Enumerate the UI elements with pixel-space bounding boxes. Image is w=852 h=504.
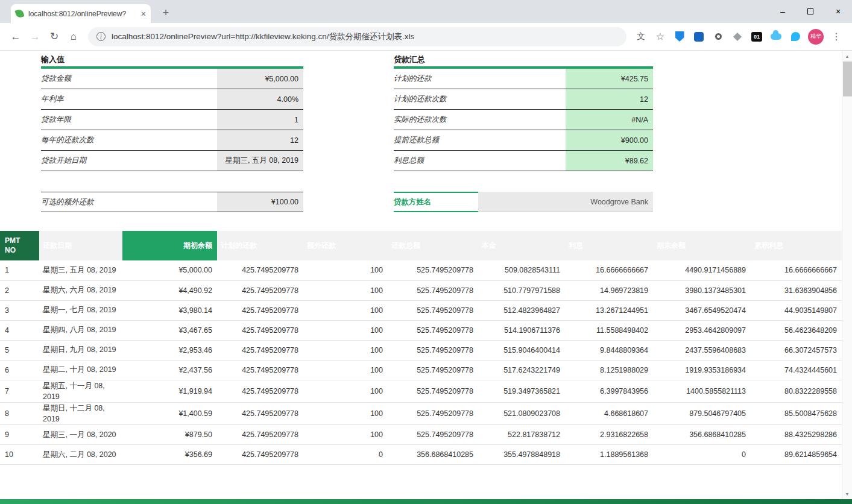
scroll-down-icon[interactable]: ▼ (842, 489, 852, 499)
table-cell: 525.7495209778 (388, 300, 478, 320)
cloud-shape (771, 33, 781, 40)
extension-bird-icon[interactable] (787, 29, 803, 45)
table-cell: 525.7495209778 (388, 402, 478, 424)
input-row: 贷款开始日期 星期三, 五月 08, 2019 (41, 151, 303, 171)
table-cell: 425.7495209778 (217, 402, 303, 424)
extension-shield-icon[interactable] (672, 29, 687, 45)
vertical-scrollbar[interactable]: ▲ ▼ (842, 51, 852, 499)
column-header: 额外还款 (303, 231, 388, 260)
table-cell: 6.3997843956 (565, 380, 653, 402)
diamond-shape (733, 32, 742, 40)
table-cell: 星期四, 八月 08, 2019 (39, 320, 122, 340)
column-header: 还款总额 (388, 231, 478, 260)
table-cell: 16.6666666667 (751, 260, 842, 280)
input-section-title: 输入值 (41, 54, 303, 66)
table-cell: 425.7495209778 (217, 380, 303, 402)
table-cell: 525.7495209778 (388, 425, 478, 445)
summary-row: 计划的还款 ¥425.75 (394, 69, 653, 89)
close-button[interactable]: × (824, 0, 852, 23)
table-cell: ¥5,000.00 (122, 260, 217, 280)
browser-menu-button[interactable]: ⋮ (828, 28, 845, 45)
table-cell: 星期日, 九月 08, 2019 (39, 340, 122, 360)
table-cell: 2953.4642809097 (653, 320, 751, 340)
input-value: 12 (217, 130, 303, 150)
table-cell: 44.9035149807 (751, 300, 842, 320)
new-tab-button[interactable]: + (158, 5, 174, 21)
input-row: 每年的还款次数 12 (41, 130, 303, 151)
column-header: PMT NO (0, 231, 39, 260)
table-cell: ¥2,953.46 (122, 340, 217, 360)
site-favicon-icon (15, 9, 25, 19)
window-bottom-edge (0, 499, 852, 504)
minimize-button[interactable]: – (769, 0, 797, 23)
table-cell: 525.7495209778 (388, 340, 478, 360)
table-cell: 9.8448809364 (565, 340, 653, 360)
table-cell: 16.6666666667 (565, 260, 653, 280)
table-cell: 星期日, 十二月 08, 2019 (39, 402, 122, 424)
scrollbar-thumb[interactable] (843, 61, 852, 96)
table-cell: 1 (0, 260, 39, 280)
input-value: 4.00% (217, 89, 303, 109)
table-cell: 85.5008475628 (751, 402, 842, 424)
tab-close-icon[interactable]: × (141, 9, 146, 19)
table-cell: 521.0809023708 (478, 402, 565, 424)
extension-ring-icon[interactable] (710, 29, 726, 45)
column-header: 本金 (478, 231, 565, 260)
home-button[interactable]: ⌂ (65, 28, 82, 45)
table-row: 6星期二, 十月 08, 2019¥2,437.56425.7495209778… (0, 360, 842, 380)
profile-avatar[interactable]: 精华 (808, 29, 824, 45)
column-header: 期末余额 (653, 231, 751, 260)
input-label: 贷款年限 (41, 110, 217, 130)
table-cell: 355.4978848918 (478, 445, 565, 465)
bookmark-star-icon[interactable]: ☆ (652, 29, 668, 45)
table-cell: 100 (303, 360, 388, 380)
table-cell: ¥2,437.56 (122, 360, 217, 380)
scroll-up-icon[interactable]: ▲ (842, 51, 852, 61)
extension-blue-app-icon[interactable] (691, 29, 707, 45)
table-cell: ¥1,400.59 (122, 402, 217, 424)
address-bar[interactable]: i localhost:8012/onlinePreview?url=http:… (88, 27, 626, 46)
input-label: 贷款金额 (41, 69, 217, 89)
input-label: 每年的还款次数 (41, 130, 217, 150)
bird-shape (791, 32, 800, 41)
table-cell: 515.9046400414 (478, 340, 565, 360)
table-cell: 13.2671244951 (565, 300, 653, 320)
forward-button[interactable]: → (27, 28, 43, 45)
table-cell: 514.1906711376 (478, 320, 565, 340)
input-row: 贷款年限 1 (41, 110, 303, 130)
translate-icon[interactable]: 文 (633, 29, 649, 45)
table-cell: 425.7495209778 (217, 425, 303, 445)
table-cell: 425.7495209778 (217, 445, 303, 465)
extension-cloud-icon[interactable] (768, 29, 784, 45)
refresh-button[interactable]: ↻ (46, 28, 63, 45)
browser-toolbar: ← → ↻ ⌂ i localhost:8012/onlinePreview?u… (0, 23, 852, 51)
badge-01-label: 01 (751, 32, 762, 42)
page-info-icon[interactable]: i (96, 32, 106, 41)
table-cell: 8.1251988029 (565, 360, 653, 380)
url-text: localhost:8012/onlinePreview?url=http://… (112, 31, 414, 42)
table-cell: 89.6214859654 (751, 445, 842, 465)
table-cell: 31.6363904856 (751, 280, 842, 300)
table-cell: 512.4823964827 (478, 300, 565, 320)
table-cell: 100 (303, 260, 388, 280)
amortization-table: PMT NO还款日期期初余额计划的还款额外还款还款总额本金利息期末余额累积利息 … (0, 231, 842, 465)
table-cell: 4 (0, 320, 39, 340)
back-button[interactable]: ← (7, 28, 24, 45)
browser-tab[interactable]: localhost:8012/onlinePreview? × (11, 4, 151, 23)
table-cell: 525.7495209778 (388, 320, 478, 340)
input-label: 贷款开始日期 (41, 151, 217, 171)
table-cell: 2437.5596408683 (653, 340, 751, 360)
table-row: 3星期一, 七月 08, 2019¥3,980.14425.7495209778… (0, 300, 842, 320)
table-cell: 星期六, 六月 08, 2019 (39, 280, 122, 300)
table-cell: 100 (303, 402, 388, 424)
table-cell: 425.7495209778 (217, 280, 303, 300)
table-cell: 4.668618607 (565, 402, 653, 424)
spacer-row (394, 171, 653, 192)
table-cell: 星期三, 五月 08, 2019 (39, 260, 122, 280)
extension-gray-tool-icon[interactable] (730, 29, 745, 45)
extension-badge-icon[interactable]: 01 (749, 29, 765, 45)
table-cell: 2 (0, 280, 39, 300)
maximize-button[interactable] (797, 0, 824, 23)
shield-shape (675, 31, 684, 42)
extra-payment-row: 可选的额外还款 ¥100.00 (41, 192, 303, 212)
